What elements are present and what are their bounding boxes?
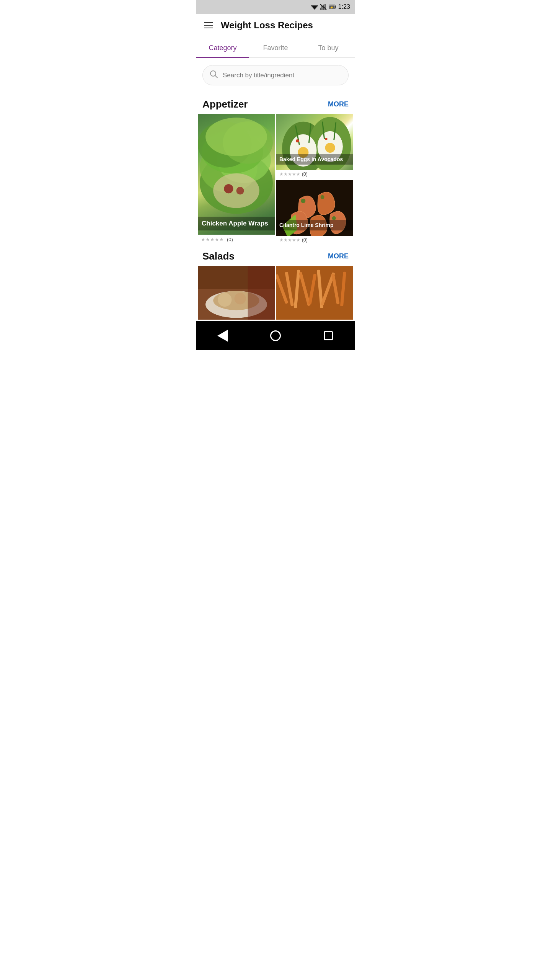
status-time: 1:23	[338, 3, 350, 10]
tab-bar: Category Favorite To buy	[196, 37, 355, 58]
appetizer-section-header: Appetizer MORE	[196, 92, 355, 114]
baked-eggs-art	[276, 114, 353, 178]
salad-2-image	[276, 266, 353, 320]
status-icons: ⚡ 1:23	[311, 3, 350, 10]
back-icon	[217, 330, 228, 342]
bottom-nav	[196, 321, 355, 350]
home-button[interactable]	[269, 329, 282, 343]
salads-more-button[interactable]: MORE	[328, 252, 349, 260]
svg-point-36	[301, 199, 305, 203]
salad-1-art	[198, 266, 275, 320]
salads-section-header: Salads MORE	[196, 244, 355, 266]
appetizer-recipe-grid: Chicken Apple Wraps ★★★★★ (0)	[196, 114, 355, 244]
cilantro-shrimp-count: (0)	[302, 237, 308, 243]
hamburger-line-3	[204, 28, 213, 28]
home-icon	[270, 330, 281, 341]
cilantro-shrimp-art	[276, 180, 353, 244]
appetizer-left-column: Chicken Apple Wraps ★★★★★ (0)	[198, 114, 275, 244]
svg-rect-56	[276, 266, 353, 320]
svg-point-33	[296, 139, 299, 142]
svg-point-19	[236, 187, 244, 194]
svg-point-28	[325, 143, 335, 153]
cilantro-shrimp-rating-row: ★★★★★ (0)	[276, 236, 353, 244]
recipe-card-baked-eggs[interactable]: Baked Eggs in Avocados ★★★★★ (0)	[276, 114, 353, 178]
appetizer-right-column: Baked Eggs in Avocados ★★★★★ (0)	[276, 114, 353, 244]
salad-2-art	[276, 266, 353, 320]
tab-favorite[interactable]: Favorite	[249, 37, 302, 57]
baked-eggs-image	[276, 114, 353, 178]
recipe-card-chicken-apple-wraps[interactable]: Chicken Apple Wraps ★★★★★ (0)	[198, 114, 275, 244]
svg-point-22	[205, 118, 267, 156]
baked-eggs-label: Baked Eggs in Avocados	[276, 154, 353, 165]
baked-eggs-stars: ★★★★★	[279, 172, 300, 177]
svg-point-43	[218, 293, 231, 307]
cilantro-shrimp-title: Cilantro Lime Shrimp	[279, 222, 334, 228]
salad-card-1[interactable]	[198, 266, 275, 320]
svg-text:⚡: ⚡	[330, 5, 334, 9]
tab-tobuy[interactable]: To buy	[302, 37, 355, 57]
salad-card-2[interactable]	[276, 266, 353, 320]
baked-eggs-count: (0)	[302, 172, 308, 177]
salads-recipe-grid	[196, 266, 355, 320]
svg-rect-3	[321, 6, 323, 10]
status-bar: ⚡ 1:23	[196, 0, 355, 14]
svg-point-44	[234, 293, 246, 304]
app-title: Weight Loss Recipes	[221, 20, 313, 31]
app-bar: Weight Loss Recipes	[196, 14, 355, 37]
svg-point-18	[224, 184, 233, 193]
recent-icon	[324, 331, 333, 340]
menu-button[interactable]	[204, 22, 213, 28]
cilantro-shrimp-label: Cilantro Lime Shrimp	[276, 220, 353, 230]
battery-charging-icon: ⚡	[329, 4, 336, 10]
appetizer-more-button[interactable]: MORE	[328, 100, 349, 108]
svg-rect-45	[248, 266, 275, 320]
signal-crossed-icon	[320, 4, 327, 10]
search-icon	[210, 70, 218, 80]
svg-rect-8	[335, 6, 336, 8]
baked-eggs-rating-row: ★★★★★ (0)	[276, 170, 353, 178]
baked-eggs-title: Baked Eggs in Avocados	[279, 156, 343, 162]
chicken-apple-wraps-label: Chicken Apple Wraps	[198, 217, 275, 230]
svg-rect-2	[320, 8, 321, 10]
cilantro-shrimp-image	[276, 180, 353, 244]
recent-button[interactable]	[321, 329, 335, 343]
hamburger-line-2	[204, 25, 213, 26]
appetizer-title: Appetizer	[202, 98, 248, 110]
chicken-apple-wraps-title: Chicken Apple Wraps	[202, 220, 271, 227]
cilantro-shrimp-stars: ★★★★★	[279, 237, 300, 243]
svg-point-37	[321, 195, 324, 199]
recipe-card-cilantro-lime-shrimp[interactable]: Cilantro Lime Shrimp ★★★★★ (0)	[276, 180, 353, 244]
search-container	[196, 58, 355, 92]
wifi-icon	[311, 4, 318, 10]
search-bar[interactable]	[202, 65, 349, 85]
salads-title: Salads	[202, 250, 235, 262]
svg-line-12	[215, 76, 218, 78]
back-button[interactable]	[216, 329, 230, 343]
salad-1-image	[198, 266, 275, 320]
chicken-apple-stars: ★★★★★	[201, 237, 224, 242]
search-input[interactable]	[223, 72, 341, 79]
chicken-apple-rating-row: ★★★★★ (0)	[198, 235, 275, 244]
svg-point-34	[325, 138, 328, 140]
hamburger-line-1	[204, 22, 213, 23]
tab-category[interactable]: Category	[196, 37, 249, 57]
